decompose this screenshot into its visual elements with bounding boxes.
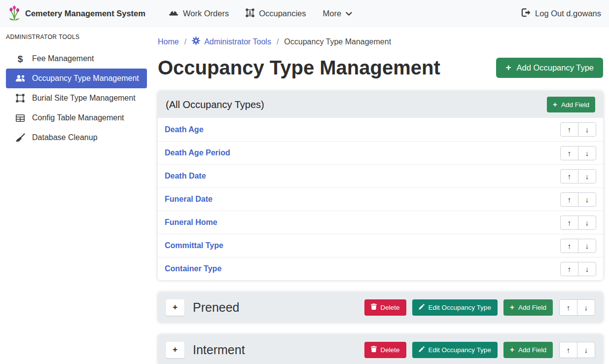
title-row: Occupancy Type Management + Add Occupanc… bbox=[158, 56, 603, 79]
nav-item-occupancies[interactable]: Occupancies bbox=[246, 8, 306, 19]
breadcrumb-separator: / bbox=[184, 37, 186, 46]
arrow-up-icon: ↑ bbox=[568, 265, 572, 273]
sidebar-item-config-table-management[interactable]: Config Table Management bbox=[6, 108, 147, 128]
main-content: Home / bbox=[153, 27, 609, 364]
breadcrumb-home-link[interactable]: Home bbox=[158, 37, 179, 46]
dollar-icon: $ bbox=[15, 54, 26, 64]
sidebar-item-burial-site-type-management[interactable]: Burial Site Type Management bbox=[6, 88, 147, 108]
move-down-button[interactable]: ↓ bbox=[578, 169, 596, 183]
broom-icon bbox=[15, 133, 26, 142]
reorder-buttons: ↑ ↓ bbox=[560, 122, 596, 137]
field-link[interactable]: Funeral Date bbox=[165, 195, 213, 204]
expand-button[interactable]: + bbox=[166, 342, 184, 358]
field-link[interactable]: Death Age Period bbox=[165, 148, 230, 157]
move-down-button[interactable]: ↓ bbox=[578, 216, 596, 230]
reorder-buttons: ↑ ↓ bbox=[560, 239, 596, 253]
top-navbar: Cemetery Management System Work Orders bbox=[0, 0, 609, 27]
plus-icon: + bbox=[510, 346, 514, 354]
field-link[interactable]: Committal Type bbox=[165, 241, 223, 250]
field-link[interactable]: Container Type bbox=[165, 264, 221, 273]
move-down-button[interactable]: ↓ bbox=[577, 299, 595, 316]
delete-label: Delete bbox=[381, 346, 400, 354]
move-down-button[interactable]: ↓ bbox=[578, 146, 596, 160]
sidebar-item-label: Burial Site Type Management bbox=[32, 94, 136, 103]
field-link[interactable]: Death Date bbox=[165, 172, 206, 181]
nav-item-label: Work Orders bbox=[183, 9, 229, 18]
add-field-label: Add Field bbox=[561, 101, 589, 109]
arrow-down-icon: ↓ bbox=[585, 195, 589, 204]
breadcrumb-admin-tools-link[interactable]: Administrator Tools bbox=[192, 36, 271, 47]
arrow-down-icon: ↓ bbox=[585, 125, 589, 134]
expand-button[interactable]: + bbox=[166, 299, 184, 316]
delete-label: Delete bbox=[381, 304, 400, 311]
move-up-button[interactable]: ↑ bbox=[560, 239, 578, 253]
sidebar-item-label: Fee Management bbox=[32, 54, 94, 63]
move-down-button[interactable]: ↓ bbox=[578, 122, 596, 137]
arrow-up-icon: ↑ bbox=[567, 303, 571, 312]
sidebar-item-occupancy-type-management[interactable]: Occupancy Type Management bbox=[6, 69, 147, 88]
app-title: Cemetery Management System bbox=[25, 9, 145, 18]
edit-occupancy-type-label: Edit Occupancy Type bbox=[429, 304, 491, 311]
delete-button[interactable]: Delete bbox=[364, 342, 406, 358]
nav-item-more[interactable]: More bbox=[323, 9, 353, 18]
reorder-buttons: ↑ ↓ bbox=[560, 169, 596, 183]
add-field-button[interactable]: + Add Field bbox=[503, 299, 553, 316]
nav-menu: Work Orders Occupancies M bbox=[160, 8, 360, 19]
move-up-button[interactable]: ↑ bbox=[560, 216, 578, 230]
arrow-down-icon: ↓ bbox=[585, 242, 589, 250]
move-up-button[interactable]: ↑ bbox=[560, 146, 578, 160]
content-wrap: Administrator Tools $ Fee Management bbox=[0, 27, 609, 364]
breadcrumb: Home / bbox=[158, 36, 603, 47]
reorder-buttons: ↑ ↓ bbox=[560, 146, 596, 160]
section-title: Preneed bbox=[193, 300, 240, 315]
sidebar: Administrator Tools $ Fee Management bbox=[0, 27, 153, 364]
sidebar-item-database-cleanup[interactable]: Database Cleanup bbox=[6, 128, 147, 147]
burial-site-frame-icon bbox=[15, 94, 26, 103]
all-occupancy-types-card: (All Occupancy Types) + Add Field Death … bbox=[158, 91, 603, 280]
field-row-death-date: Death Date ↑ ↓ bbox=[158, 164, 603, 187]
arrow-down-icon: ↓ bbox=[585, 218, 589, 227]
section-interment: + Interment Delete bbox=[158, 334, 603, 364]
move-down-button[interactable]: ↓ bbox=[578, 192, 596, 207]
delete-button[interactable]: Delete bbox=[364, 299, 406, 316]
move-up-button[interactable]: ↑ bbox=[560, 122, 578, 137]
plus-icon: + bbox=[505, 63, 511, 73]
arrow-up-icon: ↑ bbox=[568, 172, 572, 181]
field-row-death-age-period: Death Age Period ↑ ↓ bbox=[158, 141, 603, 164]
move-up-button[interactable]: ↑ bbox=[560, 192, 578, 207]
edit-occupancy-type-label: Edit Occupancy Type bbox=[429, 346, 491, 354]
nav-item-label: Occupancies bbox=[259, 9, 306, 18]
add-field-label: Add Field bbox=[518, 304, 546, 311]
edit-occupancy-type-button[interactable]: Edit Occupancy Type bbox=[412, 342, 498, 358]
move-up-button[interactable]: ↑ bbox=[559, 342, 577, 358]
move-up-button[interactable]: ↑ bbox=[559, 299, 577, 316]
nav-item-work-orders[interactable]: Work Orders bbox=[169, 9, 229, 19]
section-title: Interment bbox=[193, 343, 245, 357]
move-down-button[interactable]: ↓ bbox=[578, 262, 596, 276]
plus-icon: + bbox=[510, 303, 514, 311]
add-occupancy-type-button[interactable]: + Add Occupancy Type bbox=[496, 58, 603, 78]
field-link[interactable]: Death Age bbox=[165, 125, 204, 134]
reorder-buttons: ↑ ↓ bbox=[560, 262, 596, 276]
all-types-card-header: (All Occupancy Types) + Add Field bbox=[158, 91, 603, 118]
move-down-button[interactable]: ↓ bbox=[578, 239, 596, 253]
field-link[interactable]: Funeral Home bbox=[165, 218, 217, 227]
brand[interactable]: Cemetery Management System bbox=[8, 5, 145, 23]
move-up-button[interactable]: ↑ bbox=[560, 169, 578, 183]
arrow-down-icon: ↓ bbox=[584, 346, 588, 354]
move-up-button[interactable]: ↑ bbox=[560, 262, 578, 276]
breadcrumb-admin-tools-label: Administrator Tools bbox=[204, 37, 271, 46]
sidebar-item-fee-management[interactable]: $ Fee Management bbox=[6, 49, 147, 69]
add-field-button[interactable]: + Add Field bbox=[503, 342, 553, 358]
arrow-down-icon: ↓ bbox=[585, 149, 589, 157]
pencil-icon bbox=[419, 346, 425, 354]
move-down-button[interactable]: ↓ bbox=[577, 342, 595, 358]
sidebar-heading: Administrator Tools bbox=[6, 34, 147, 40]
breadcrumb-current: Occupancy Type Management bbox=[284, 37, 391, 46]
hard-hat-icon bbox=[169, 9, 179, 19]
chevron-down-icon bbox=[346, 9, 352, 18]
add-field-button[interactable]: + Add Field bbox=[547, 97, 595, 112]
edit-occupancy-type-button[interactable]: Edit Occupancy Type bbox=[412, 299, 498, 316]
reorder-buttons: ↑ ↓ bbox=[560, 192, 596, 207]
logout-button[interactable]: Log Out d.gowans bbox=[521, 8, 601, 19]
